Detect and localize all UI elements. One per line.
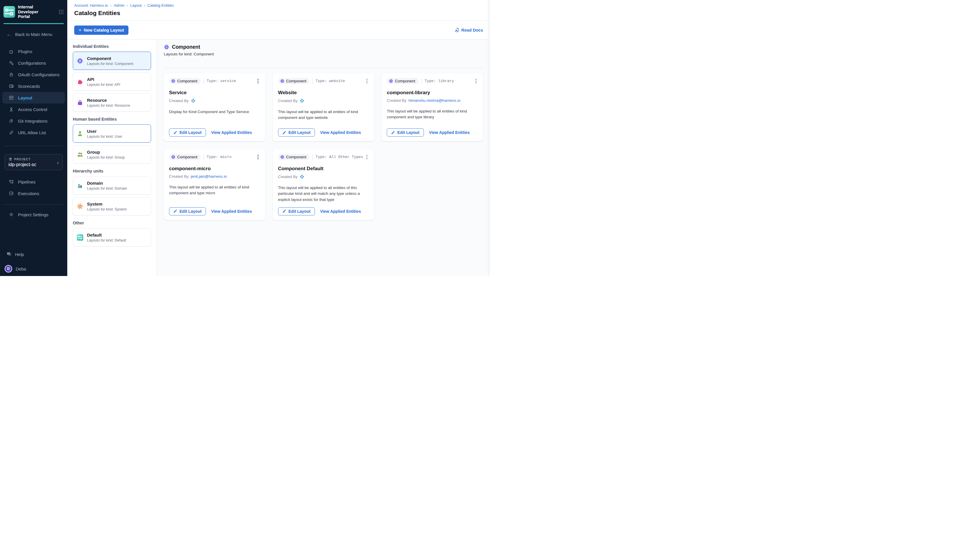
person-icon (9, 107, 14, 112)
project-label: PROJECT (14, 157, 31, 161)
layouts-main: Component Layouts for kind: Component Co… (157, 40, 490, 276)
entity-kind-group[interactable]: GroupLayouts for kind: Group (73, 145, 151, 164)
layout-card-service: Component Type: service Service Created … (164, 73, 265, 141)
divider (204, 78, 204, 84)
back-to-main-menu[interactable]: ← Back to Main Menu (0, 32, 67, 37)
sidebar-item-oauth-configurations[interactable]: OAuth Configurations (2, 69, 65, 80)
breadcrumb-account[interactable]: Account: Harness.io (74, 3, 108, 8)
read-docs-link[interactable]: Read Docs (454, 27, 483, 32)
breadcrumb-admin[interactable]: Admin (114, 3, 124, 8)
sidebar-item-url-allow-list[interactable]: URL Allow List (2, 127, 65, 138)
sidebar-item-label: Access Control (18, 107, 47, 112)
default-logo-icon (76, 234, 83, 241)
plus-icon: + (79, 27, 81, 32)
card-menu-button[interactable] (474, 78, 478, 84)
layout-title: Component Default (278, 166, 369, 172)
view-applied-entities-link[interactable]: View Applied Entities (320, 209, 361, 214)
component-chip-icon (76, 57, 83, 64)
layout-title: component-library (387, 90, 478, 95)
view-applied-entities-link[interactable]: View Applied Entities (211, 130, 252, 135)
view-applied-entities-link[interactable]: View Applied Entities (211, 209, 252, 214)
entity-kind-default[interactable]: DefaultLayouts for kind: Default (73, 228, 151, 247)
brand-header: Internal Developer Portal (0, 3, 67, 19)
type-label: Type: All Other Types (315, 155, 363, 159)
card-menu-button[interactable] (365, 78, 369, 84)
type-label: Type: library (425, 79, 454, 83)
layers-icon (8, 157, 13, 161)
project-name: idp-project-sc (8, 162, 36, 167)
grid-menu-icon[interactable] (59, 9, 64, 14)
entity-kind-system[interactable]: SystemLayouts for kind: System (73, 197, 151, 215)
scorecard-icon (9, 83, 14, 89)
breadcrumb-layout[interactable]: Layout (130, 3, 142, 8)
back-label: Back to Main Menu (15, 32, 52, 37)
entity-kind-name: Default (87, 232, 126, 237)
read-docs-icon (454, 27, 459, 32)
layout-icon (9, 95, 14, 100)
help-button[interactable]: ? Help (0, 251, 67, 257)
page-header: Account: Harness.io › Admin › Layout › C… (67, 0, 490, 21)
type-label: Type: service (207, 79, 236, 83)
divider (421, 78, 422, 84)
entity-kind-api[interactable]: APILayouts for kind: API (73, 73, 151, 91)
pipelines-icon (9, 179, 14, 185)
section-label: Hierarchy units (73, 169, 151, 173)
entity-kind-component[interactable]: ComponentLayouts for kind: Component (73, 52, 151, 70)
edit-layout-button[interactable]: Edit Layout (387, 129, 423, 137)
creator-email-link[interactable]: jenil.jain@harness.io (191, 174, 227, 178)
entity-kind-name: API (87, 77, 120, 82)
app-title: Internal Developer Portal (18, 5, 51, 19)
layout-card-component-micro: Component Type: micro component-micro Cr… (164, 149, 265, 220)
user-menu[interactable]: D Deba (0, 265, 67, 272)
teal-accent-divider (3, 23, 64, 24)
entity-kind-resource[interactable]: ResourceLayouts for kind: Resource (73, 93, 151, 111)
sidebar-item-git-integrations[interactable]: Git Integrations (2, 115, 65, 127)
entity-kind-domain[interactable]: DomainLayouts for kind: Domain (73, 176, 151, 194)
sidebar-item-layout[interactable]: Layout (2, 92, 65, 103)
view-applied-entities-link[interactable]: View Applied Entities (320, 130, 361, 135)
sidebar-item-scorecards[interactable]: Scorecards (2, 80, 65, 92)
sidebar-item-label: Scorecards (18, 84, 40, 89)
created-by-row: Created By himanshu.mishra@harness.io (387, 98, 478, 103)
help-icon: ? (6, 251, 11, 257)
sidebar-item-pipelines[interactable]: Pipelines (2, 176, 65, 188)
kind-badge: Component (387, 78, 418, 84)
component-chip-icon (164, 45, 169, 50)
divider (204, 154, 204, 160)
view-applied-entities-link[interactable]: View Applied Entities (429, 130, 470, 135)
sidebar-item-executions[interactable]: Executions (2, 188, 65, 199)
group-people-icon (76, 151, 83, 158)
card-menu-button[interactable] (256, 154, 260, 160)
user-name: Deba (16, 266, 26, 271)
layout-description: Display for Kind Component and Type Serv… (169, 109, 260, 115)
entity-kind-subtitle: Layouts for kind: Domain (87, 186, 127, 191)
entity-kind-subtitle: Layouts for kind: Component (87, 62, 134, 66)
entity-kind-subtitle: Layouts for kind: System (87, 207, 127, 212)
breadcrumb: Account: Harness.io › Admin › Layout › C… (74, 3, 483, 8)
card-menu-button[interactable] (256, 78, 260, 84)
scrollbar-track[interactable] (488, 0, 490, 276)
kind-badge: Component (278, 78, 310, 84)
read-docs-label: Read Docs (461, 28, 483, 32)
sidebar-item-plugins[interactable]: Plugins (2, 46, 65, 57)
new-catalog-layout-button[interactable]: + New Catalog Layout (74, 25, 129, 35)
sidebar-nav-secondary: Pipelines Executions (0, 176, 67, 199)
layout-card-website: Component Type: website Website Created … (273, 73, 374, 141)
body-area: Individual Entities ComponentLayouts for… (67, 40, 490, 276)
edit-layout-button[interactable]: Edit Layout (278, 207, 315, 215)
edit-layout-button[interactable]: Edit Layout (278, 129, 315, 137)
kind-badge: Component (169, 78, 200, 84)
sidebar-item-access-control[interactable]: Access Control (2, 103, 65, 115)
entity-kind-user[interactable]: UserLayouts for kind: User (73, 124, 151, 143)
edit-layout-button[interactable]: Edit Layout (169, 207, 206, 215)
sidebar-item-configurations[interactable]: Configurations (2, 57, 65, 69)
project-selector[interactable]: PROJECT idp-project-sc › (5, 154, 63, 170)
breadcrumb-catalog-entities[interactable]: Catalog Entities (147, 3, 174, 8)
help-label: Help (15, 252, 24, 257)
new-catalog-layout-label: New Catalog Layout (84, 28, 124, 32)
card-menu-button[interactable] (365, 154, 369, 160)
edit-layout-button[interactable]: Edit Layout (169, 129, 206, 137)
sidebar-item-project-settings[interactable]: Project Settings (2, 209, 65, 220)
creator-email-link[interactable]: himanshu.mishra@harness.io (409, 98, 460, 103)
harness-creator-icon (191, 98, 196, 103)
